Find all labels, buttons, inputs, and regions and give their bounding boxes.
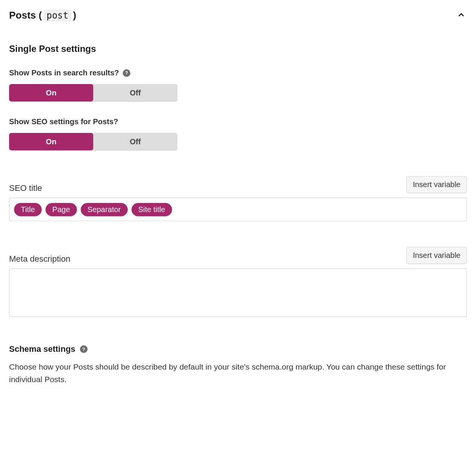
seo-title-tag[interactable]: Site title [132, 203, 172, 216]
schema-section: Schema settings ? Choose how your Posts … [9, 344, 467, 386]
help-icon[interactable]: ? [123, 69, 130, 77]
meta-description-input[interactable] [9, 268, 467, 317]
show-in-search-setting: Show Posts in search results? ? On Off [9, 69, 467, 101]
seo-title-tag[interactable]: Separator [81, 203, 128, 216]
help-icon[interactable]: ? [80, 345, 88, 353]
seo-title-tag[interactable]: Title [14, 203, 42, 216]
seo-title-input[interactable]: TitlePageSeparatorSite title [9, 198, 467, 221]
single-post-heading: Single Post settings [9, 44, 467, 54]
panel-title-prefix: Posts ( [9, 9, 42, 21]
show-in-search-off[interactable]: Off [93, 84, 177, 101]
panel-title-suffix: ) [73, 9, 76, 21]
chevron-up-icon [457, 14, 465, 20]
panel-header: Posts ( post ) [9, 9, 467, 22]
show-seo-settings-toggle: On Off [9, 133, 177, 150]
seo-title-insert-variable-button[interactable]: Insert variable [406, 176, 467, 193]
schema-heading: Schema settings [9, 344, 75, 354]
panel-title-code: post [44, 9, 72, 22]
show-seo-settings-on[interactable]: On [9, 133, 93, 150]
show-in-search-on[interactable]: On [9, 84, 93, 101]
seo-title-tag[interactable]: Page [45, 203, 77, 216]
show-seo-settings-setting: Show SEO settings for Posts? On Off [9, 117, 467, 150]
show-seo-settings-label: Show SEO settings for Posts? [9, 117, 118, 126]
show-seo-settings-off[interactable]: Off [93, 133, 177, 150]
seo-title-section: SEO title Insert variable TitlePageSepar… [9, 176, 467, 221]
seo-title-label: SEO title [9, 183, 42, 193]
show-in-search-toggle: On Off [9, 84, 177, 101]
schema-description: Choose how your Posts should be describe… [9, 361, 467, 386]
collapse-toggle[interactable] [456, 9, 467, 22]
show-in-search-label: Show Posts in search results? [9, 69, 119, 77]
panel-title: Posts ( post ) [9, 9, 76, 22]
meta-description-section: Meta description Insert variable [9, 247, 467, 317]
meta-description-label: Meta description [9, 254, 70, 264]
meta-description-insert-variable-button[interactable]: Insert variable [406, 247, 467, 264]
